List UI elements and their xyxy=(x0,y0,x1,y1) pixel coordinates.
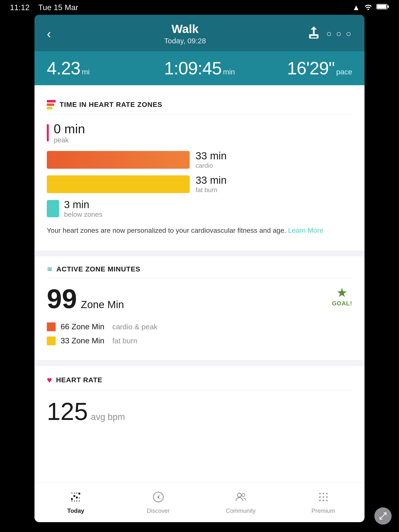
heart-icon: ♥ xyxy=(47,375,52,385)
community-icon xyxy=(235,491,247,505)
azm-fatburn-label: fat burn xyxy=(112,337,137,345)
status-right: ▲ xyxy=(352,3,389,12)
azm-section-header: ≋ ACTIVE ZONE MINUTES xyxy=(47,265,352,278)
nav-premium[interactable]: Premium xyxy=(282,491,365,514)
azm-fatburn-value: 33 Zone Min xyxy=(61,336,104,345)
content-scroll[interactable]: TIME IN HEART RATE ZONES 0 min peak 33 m… xyxy=(34,85,365,483)
azm-total: 99 Zone Min xyxy=(47,285,124,312)
azm-cardio-label: cardio & peak xyxy=(112,323,157,331)
svg-point-13 xyxy=(74,493,75,494)
duration-stat: 1:09:45min xyxy=(149,58,250,78)
svg-point-20 xyxy=(242,494,245,497)
hrz-title: TIME IN HEART RATE ZONES xyxy=(60,101,162,109)
svg-point-4 xyxy=(71,498,73,500)
bottom-nav: Today Discover Community xyxy=(34,483,365,522)
svg-point-5 xyxy=(73,495,75,497)
today-icon xyxy=(70,491,82,505)
header: ‹ Walk Today, 09:28 ○ ○ ○ xyxy=(34,15,365,51)
peak-value: 0 min xyxy=(54,122,85,136)
azm-total-unit: Zone Min xyxy=(81,299,124,311)
heart-rate-zones-section: TIME IN HEART RATE ZONES 0 min peak 33 m… xyxy=(34,91,365,245)
azm-cardio-row: 66 Zone Min cardio & peak xyxy=(47,322,352,331)
learn-more-link[interactable]: Learn More xyxy=(288,227,323,234)
svg-point-24 xyxy=(319,496,321,498)
fatburn-label: fat burn xyxy=(196,186,227,194)
battery-icon xyxy=(376,3,389,12)
svg-rect-2 xyxy=(388,5,389,8)
svg-point-15 xyxy=(79,498,80,499)
azm-fatburn-row: 33 Zone Min fat burn xyxy=(47,336,352,345)
back-button[interactable]: ‹ xyxy=(47,26,62,41)
status-date: Tue 15 Mar xyxy=(38,3,78,12)
star-icon: ★ xyxy=(332,285,352,300)
pace-unit: pace xyxy=(336,68,352,76)
hr-section-header: ♥ HEART RATE xyxy=(47,375,352,390)
below-zones-label: below zones xyxy=(64,211,102,218)
hr-title: HEART RATE xyxy=(56,376,102,384)
nav-today[interactable]: Today xyxy=(34,491,117,514)
cardio-info: 33 min cardio xyxy=(196,150,227,169)
svg-point-25 xyxy=(323,496,324,498)
nav-premium-label: Premium xyxy=(311,507,335,514)
nav-community[interactable]: Community xyxy=(200,491,282,514)
status-time: 11:12 xyxy=(10,3,30,12)
peak-bar-indicator xyxy=(47,124,49,141)
nav-discover[interactable]: Discover xyxy=(117,491,200,514)
svg-rect-1 xyxy=(377,5,386,9)
heart-rate-section: ♥ HEART RATE 125 avg bpm xyxy=(34,366,365,438)
duration-value: 1:09:45 xyxy=(164,58,221,78)
distance-unit: mi xyxy=(82,68,90,76)
svg-point-8 xyxy=(71,500,72,501)
section-divider xyxy=(34,250,365,256)
discover-icon xyxy=(152,491,164,505)
nav-discover-label: Discover xyxy=(147,507,170,514)
svg-marker-18 xyxy=(157,495,159,499)
azm-cardio-dot xyxy=(47,322,56,331)
azm-cardio-value: 66 Zone Min xyxy=(61,322,104,331)
svg-point-27 xyxy=(319,500,321,501)
svg-point-9 xyxy=(74,500,75,501)
svg-point-28 xyxy=(323,500,324,501)
nav-community-label: Community xyxy=(226,507,256,514)
more-options-button[interactable]: ○ ○ ○ xyxy=(326,29,352,39)
svg-point-29 xyxy=(326,500,328,501)
svg-point-7 xyxy=(78,493,80,495)
fatburn-bar xyxy=(47,175,190,193)
status-bar: 11:12 Tue 15 Mar ▲ xyxy=(0,0,399,15)
below-zones-value: 3 min xyxy=(64,199,89,210)
azm-goal[interactable]: ★ GOAL! xyxy=(332,285,352,307)
hrz-section-header: TIME IN HEART RATE ZONES xyxy=(47,100,352,115)
workout-subtitle: Today, 09:28 xyxy=(164,37,206,45)
svg-point-22 xyxy=(323,493,324,494)
hr-avg-unit: avg bpm xyxy=(91,412,125,422)
premium-icon xyxy=(317,491,329,505)
azm-breakdown: 66 Zone Min cardio & peak 33 Zone Min fa… xyxy=(47,322,352,345)
svg-point-10 xyxy=(76,500,77,501)
below-zones-info: 3 min below zones xyxy=(64,199,102,218)
azm-icon: ≋ xyxy=(47,266,52,273)
azm-total-value: 99 xyxy=(47,285,77,312)
below-zones-indicator xyxy=(47,200,59,217)
location-icon: ▲ xyxy=(352,3,360,12)
hr-avg-row: 125 avg bpm xyxy=(47,397,352,426)
below-zones-row: 3 min below zones xyxy=(47,199,352,218)
share-button[interactable] xyxy=(309,26,319,41)
peak-zone-info: 0 min peak xyxy=(54,121,85,144)
collapse-button[interactable] xyxy=(374,507,392,525)
pace-value: 16'29" xyxy=(287,58,334,78)
azm-fatburn-dot xyxy=(47,336,56,345)
svg-point-11 xyxy=(79,500,80,501)
duration-unit: min xyxy=(223,68,235,76)
cardio-bar xyxy=(47,151,190,169)
pace-stat: 16'29"pace xyxy=(250,58,352,78)
azm-main-row: 99 Zone Min ★ GOAL! xyxy=(47,285,352,312)
fatburn-value: 33 min xyxy=(196,174,227,186)
fatburn-zone-row: 33 min fat burn xyxy=(47,174,352,194)
svg-point-6 xyxy=(76,497,78,499)
azm-goal-label: GOAL! xyxy=(332,300,352,307)
hrz-info-text: Your heart zones are now personalized to… xyxy=(47,225,352,236)
hrz-icon xyxy=(47,100,56,109)
svg-point-14 xyxy=(76,493,77,494)
wifi-icon xyxy=(364,3,372,12)
svg-point-21 xyxy=(319,493,321,494)
